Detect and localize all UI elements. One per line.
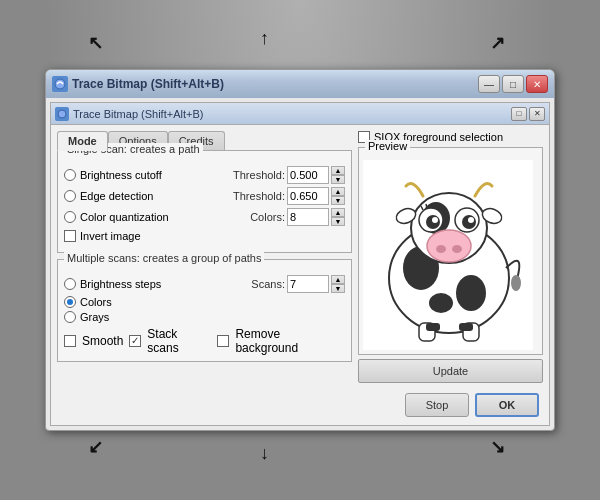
color-spinner: ▲ ▼ [331, 208, 345, 226]
brightness-cutoff-label: Brightness cutoff [80, 169, 162, 181]
color-quantization-label: Color quantization [80, 211, 169, 223]
stack-scans-checkbox[interactable] [129, 335, 141, 347]
edge-threshold-value[interactable]: 0.650 [287, 187, 329, 205]
edge-detection-row: Edge detection Threshold: 0.650 ▲ ▼ [64, 187, 345, 205]
brightness-threshold-value[interactable]: 0.500 [287, 166, 329, 184]
brightness-cutoff-radio[interactable] [64, 169, 76, 181]
update-button[interactable]: Update [358, 359, 543, 383]
multiple-scan-title: Multiple scans: creates a group of paths [64, 252, 264, 264]
inner-window: Trace Bitmap (Shift+Alt+B) □ ✕ [50, 102, 550, 426]
tabs: Mode Options Credits [57, 131, 352, 151]
edge-detection-label: Edge detection [80, 190, 153, 202]
brightness-steps-row: Brightness steps Scans: 7 ▲ ▼ [64, 275, 345, 293]
minimize-button[interactable]: — [478, 75, 500, 93]
close-button[interactable]: ✕ [526, 75, 548, 93]
scans-spinner-up[interactable]: ▲ [331, 275, 345, 284]
edge-spinner: ▲ ▼ [331, 187, 345, 205]
colors-radio[interactable] [64, 296, 76, 308]
stack-scans-label: Stack scans [147, 327, 211, 355]
resize-arrow-bottom-right: ↘ [490, 436, 505, 458]
resize-arrow-top-left: ↖ [88, 32, 103, 54]
outer-title-bar: Trace Bitmap (Shift+Alt+B) — □ ✕ [46, 70, 554, 98]
color-threshold-label: Colors: [250, 211, 285, 223]
grays-label: Grays [80, 311, 109, 323]
maximize-button[interactable]: □ [502, 75, 524, 93]
grays-row: Grays [64, 311, 345, 323]
scans-value[interactable]: 7 [287, 275, 329, 293]
color-quantization-radio[interactable] [64, 211, 76, 223]
scans-spinner-down[interactable]: ▼ [331, 284, 345, 293]
color-spinner-up[interactable]: ▲ [331, 208, 345, 217]
brightness-steps-radio[interactable] [64, 278, 76, 290]
svg-point-0 [55, 79, 65, 89]
stop-button[interactable]: Stop [405, 393, 469, 417]
multiple-scan-group: Multiple scans: creates a group of paths… [57, 259, 352, 362]
edge-threshold-area: Threshold: 0.650 ▲ ▼ [233, 187, 345, 205]
scans-area: Scans: 7 ▲ ▼ [251, 275, 345, 293]
brightness-spinner-down[interactable]: ▼ [331, 175, 345, 184]
edge-spinner-down[interactable]: ▼ [331, 196, 345, 205]
right-panel: SIOX foreground selection Preview [358, 131, 543, 383]
invert-image-checkbox[interactable] [64, 230, 76, 242]
remove-bg-checkbox[interactable] [217, 335, 229, 347]
cow-illustration [371, 168, 526, 343]
inner-close-button[interactable]: ✕ [529, 107, 545, 121]
brightness-threshold-label: Threshold: [233, 169, 285, 181]
resize-arrow-top-right: ↗ [490, 32, 505, 54]
svg-point-1 [58, 110, 66, 118]
svg-point-18 [468, 217, 474, 223]
svg-point-11 [436, 245, 446, 253]
invert-image-row: Invert image [64, 230, 345, 242]
svg-point-26 [511, 275, 521, 291]
ok-button[interactable]: OK [475, 393, 539, 417]
resize-arrow-bottom: ↓ [260, 443, 269, 464]
single-scan-group: Single scan: creates a path Brightness c… [57, 150, 352, 253]
app-icon [52, 76, 68, 92]
scans-spinner: ▲ ▼ [331, 275, 345, 293]
inner-title-left: Trace Bitmap (Shift+Alt+B) [55, 107, 203, 121]
left-panel: Mode Options Credits Single scan: create… [57, 131, 352, 383]
grays-radio[interactable] [64, 311, 76, 323]
preview-title: Preview [365, 140, 410, 152]
inner-app-icon [55, 107, 69, 121]
preview-image [363, 160, 533, 350]
inner-window-title: Trace Bitmap (Shift+Alt+B) [73, 108, 203, 120]
content-area: Mode Options Credits Single scan: create… [51, 125, 549, 389]
brightness-cutoff-row: Brightness cutoff Threshold: 0.500 ▲ ▼ [64, 166, 345, 184]
resize-arrow-top: ↑ [260, 28, 269, 49]
edge-spinner-up[interactable]: ▲ [331, 187, 345, 196]
resize-arrow-bottom-left: ↙ [88, 436, 103, 458]
outer-title-left: Trace Bitmap (Shift+Alt+B) [52, 76, 224, 92]
outer-window: Trace Bitmap (Shift+Alt+B) — □ ✕ [45, 69, 555, 431]
inner-title-bar: Trace Bitmap (Shift+Alt+B) □ ✕ [51, 103, 549, 125]
colors-label: Colors [80, 296, 112, 308]
svg-point-17 [432, 217, 438, 223]
scans-label: Scans: [251, 278, 285, 290]
edge-threshold-label: Threshold: [233, 190, 285, 202]
colors-row: Colors [64, 296, 345, 308]
edge-detection-radio[interactable] [64, 190, 76, 202]
svg-point-12 [452, 245, 462, 253]
brightness-spinner: ▲ ▼ [331, 166, 345, 184]
inner-maximize-button[interactable]: □ [511, 107, 527, 121]
remove-bg-label: Remove background [235, 327, 345, 355]
color-quantization-row: Color quantization Colors: 8 ▲ ▼ [64, 208, 345, 226]
outer-window-title: Trace Bitmap (Shift+Alt+B) [72, 77, 224, 91]
preview-group: Preview [358, 147, 543, 355]
svg-point-10 [427, 230, 471, 262]
svg-rect-24 [426, 323, 440, 331]
inner-controls: □ ✕ [511, 107, 545, 121]
smooth-label: Smooth [82, 334, 123, 348]
brightness-threshold-area: Threshold: 0.500 ▲ ▼ [233, 166, 345, 184]
svg-point-5 [429, 293, 453, 313]
smooth-checkbox[interactable] [64, 335, 76, 347]
tab-mode[interactable]: Mode [57, 131, 108, 151]
svg-rect-25 [459, 323, 473, 331]
color-spinner-down[interactable]: ▼ [331, 217, 345, 226]
color-threshold-area: Colors: 8 ▲ ▼ [250, 208, 345, 226]
svg-point-4 [456, 275, 486, 311]
invert-image-label: Invert image [80, 230, 141, 242]
brightness-spinner-up[interactable]: ▲ [331, 166, 345, 175]
brightness-steps-label: Brightness steps [80, 278, 161, 290]
color-threshold-value[interactable]: 8 [287, 208, 329, 226]
